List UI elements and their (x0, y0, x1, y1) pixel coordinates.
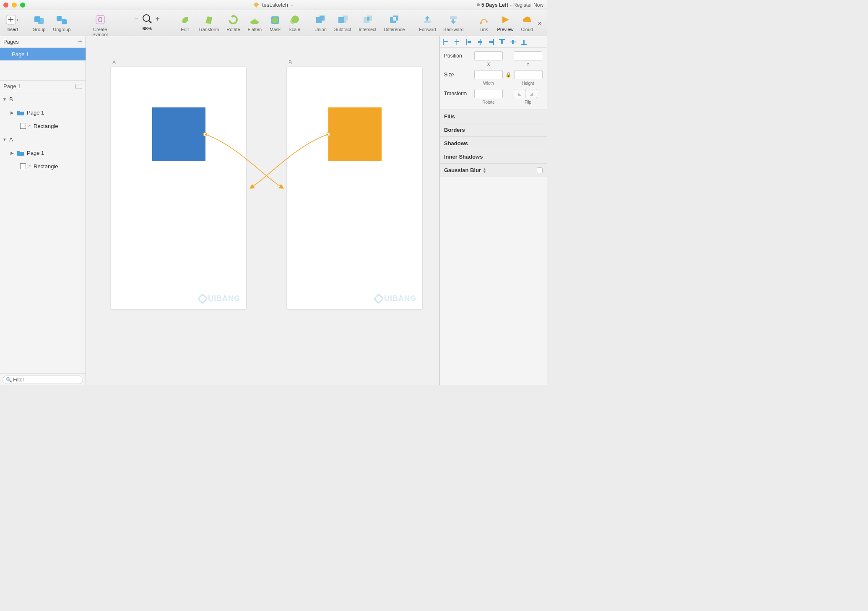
stepper-icon[interactable]: ▴▾ (483, 168, 486, 173)
link-button[interactable]: Link (476, 12, 492, 33)
rectangle-a[interactable] (152, 107, 205, 161)
mask-icon (270, 15, 280, 25)
forward-button[interactable]: Forward (416, 12, 438, 33)
scale-button[interactable]: Scale (286, 12, 303, 33)
layer-b-rectangle[interactable]: ↗Rectangle (0, 119, 86, 133)
svg-rect-49 (523, 40, 525, 44)
subtract-button[interactable]: Subtract (332, 12, 354, 33)
group-button[interactable]: Group (30, 12, 48, 33)
page-item-page1[interactable]: Page 1 (0, 48, 86, 60)
filter-input[interactable] (3, 376, 83, 384)
align-center-h-icon[interactable] (453, 39, 460, 45)
insert-button[interactable]: Insert (3, 12, 21, 33)
x-input[interactable] (474, 51, 503, 60)
disclosure-triangle-icon[interactable]: ▼ (3, 97, 7, 102)
layer-a-rectangle[interactable]: ↗Rectangle (0, 159, 86, 173)
backward-button[interactable]: Backward (441, 12, 466, 33)
svg-rect-45 (501, 40, 503, 44)
svg-rect-7 (62, 19, 67, 24)
layer-a-page1[interactable]: ▶Page 1 (0, 146, 86, 159)
svg-rect-35 (444, 41, 448, 42)
height-input[interactable] (514, 70, 543, 79)
svg-rect-26 (424, 21, 431, 23)
lock-icon[interactable]: 🔒 (505, 72, 512, 78)
zoom-out-button[interactable]: − (134, 15, 140, 24)
symbol-icon (95, 15, 105, 25)
rotate-button[interactable]: Rotate (224, 12, 242, 33)
flip-v-icon[interactable]: ◢ (526, 89, 537, 98)
document-title[interactable]: test.sketch ⌄ (253, 2, 294, 8)
align-left-edge-icon[interactable] (466, 39, 473, 45)
ungroup-button[interactable]: Ungroup (50, 12, 73, 33)
svg-point-28 (480, 22, 482, 24)
transform-button[interactable]: Transform (196, 12, 222, 33)
subtract-icon (338, 15, 348, 25)
layer-artboard-a[interactable]: ▼A (0, 133, 86, 146)
left-sidebar: Pages + Page 1 Page 1 ▼B ▶Page 1 ↗Rectan… (0, 36, 86, 385)
maximize-window-button[interactable] (20, 3, 25, 8)
cloud-button[interactable]: Cloud (518, 12, 535, 33)
artboard-a[interactable]: UIBANG (111, 67, 246, 309)
trial-cta: Register Now (513, 2, 543, 8)
height-label: Height (514, 81, 542, 86)
align-bottom-icon[interactable] (520, 39, 527, 45)
position-label: Position (444, 53, 472, 59)
shadows-section[interactable]: Shadows (440, 137, 547, 150)
trial-banner[interactable]: 5 Days Left - Register Now (477, 2, 543, 8)
fills-section[interactable]: Fills (440, 110, 547, 123)
gaussian-blur-section[interactable]: Gaussian Blur▴▾ (440, 164, 547, 177)
edit-button[interactable]: Edit (177, 12, 193, 33)
difference-icon (389, 15, 399, 25)
width-input[interactable] (474, 70, 503, 79)
zoom-in-button[interactable]: + (155, 15, 161, 24)
align-h-center-icon[interactable] (477, 39, 483, 45)
borders-section[interactable]: Borders (440, 123, 547, 137)
y-input[interactable] (514, 51, 542, 60)
rectangle-b[interactable] (328, 107, 382, 161)
artboard-overview-icon[interactable] (75, 84, 82, 89)
group-icon (34, 15, 44, 25)
intersect-button[interactable]: Intersect (356, 12, 379, 33)
align-left-icon[interactable] (442, 39, 449, 45)
layers-panel: ▼B ▶Page 1 ↗Rectangle ▼A ▶Page 1 ↗Rectan… (0, 92, 86, 373)
artboard-b[interactable]: UIBANG (287, 67, 422, 309)
zoom-control[interactable]: − + 68% (134, 12, 161, 31)
mask-button[interactable]: Mask (267, 12, 283, 33)
close-window-button[interactable] (3, 3, 8, 8)
preview-icon (501, 15, 510, 25)
disclosure-triangle-icon[interactable]: ▶ (10, 151, 14, 155)
preview-button[interactable]: Preview (495, 12, 516, 33)
rotate-label: Rotate (474, 100, 503, 104)
current-page-label: Page 1 (3, 83, 21, 89)
disclosure-triangle-icon[interactable]: ▶ (10, 110, 14, 115)
window-controls (3, 3, 25, 8)
toolbar-overflow-button[interactable]: » (538, 12, 543, 27)
current-page-header[interactable]: Page 1 (0, 81, 86, 92)
canvas[interactable]: A UIBANG B UIBANG (86, 36, 439, 385)
svg-marker-30 (502, 16, 509, 23)
inner-shadows-section[interactable]: Inner Shadows (440, 150, 547, 164)
artboard-label-b[interactable]: B (288, 60, 292, 65)
svg-point-14 (272, 17, 278, 23)
blur-checkbox[interactable] (537, 167, 543, 173)
layer-b-page1[interactable]: ▶Page 1 (0, 106, 86, 119)
minimize-window-button[interactable] (12, 3, 17, 8)
create-symbol-button[interactable]: Create Symbol (82, 12, 117, 38)
align-right-edge-icon[interactable] (488, 39, 494, 45)
artboard-label-a[interactable]: A (112, 60, 116, 65)
align-v-center-icon[interactable] (509, 39, 516, 45)
union-button[interactable]: Union (312, 12, 329, 33)
x-label: X (474, 62, 503, 67)
difference-button[interactable]: Difference (382, 12, 408, 33)
flip-control[interactable]: ◣◢ (514, 89, 537, 98)
add-page-button[interactable]: + (78, 37, 82, 46)
layer-artboard-b[interactable]: ▼B (0, 92, 86, 106)
chevron-down-icon: ⌄ (291, 3, 294, 7)
disclosure-triangle-icon[interactable]: ▼ (3, 137, 7, 142)
flatten-button[interactable]: Flatten (245, 12, 265, 33)
pages-header: Pages + (0, 36, 86, 48)
align-top-icon[interactable] (499, 39, 505, 45)
rotate-input[interactable] (474, 89, 503, 98)
cloud-icon (522, 15, 533, 25)
flip-h-icon[interactable]: ◣ (514, 89, 526, 98)
